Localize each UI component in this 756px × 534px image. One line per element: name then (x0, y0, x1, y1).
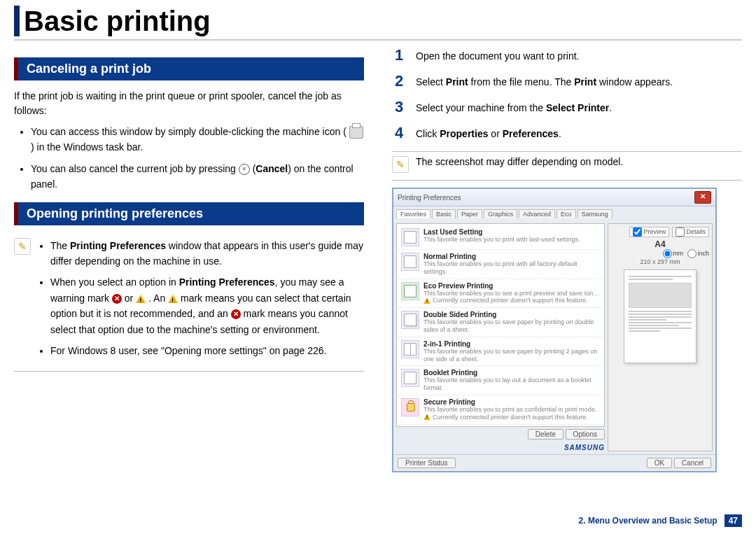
note-text: The screenshot may differ depending on m… (416, 156, 742, 167)
favorite-thumb-icon (401, 282, 419, 300)
left-column: Canceling a print job If the print job i… (14, 48, 364, 472)
step-text: Select your machine from the Select Prin… (416, 99, 742, 115)
warning-mark-icon (136, 295, 146, 303)
footer-page-number: 47 (724, 514, 742, 527)
favorite-item[interactable]: Normal PrintingThis favorite enables you… (398, 250, 603, 279)
favorite-thumb-icon (401, 228, 419, 246)
step-num: 3 (392, 99, 406, 115)
paper-size-label: A4 (611, 239, 709, 249)
printer-status-button[interactable]: Printer Status (398, 458, 456, 468)
favorite-thumb-icon (401, 253, 419, 271)
favorite-desc: This favorite enables you to print with … (424, 236, 600, 244)
favorite-title: 2-in-1 Printing (424, 340, 600, 348)
footer-chapter: 2. Menu Overview and Basic Setup (579, 516, 718, 526)
note-bullet-1: The Printing Preferences window that app… (50, 238, 364, 269)
favorites-list: Last Used SettingThis favorite enables y… (396, 223, 605, 427)
section-prefs-header: Opening printing preferences (14, 202, 364, 225)
favorite-item[interactable]: Last Used SettingThis favorite enables y… (398, 225, 603, 250)
favorite-item[interactable]: Booklet PrintingThis favorite enables yo… (398, 366, 603, 395)
note-icon: ✎ (14, 238, 31, 255)
dialog-title: Printing Preferences (398, 194, 461, 202)
options-button[interactable]: Options (566, 429, 605, 440)
note-screenshot: ✎ The screenshot may differ depending on… (392, 151, 742, 181)
unit-mm-radio[interactable] (663, 249, 672, 258)
favorite-title: Last Used Setting (424, 228, 600, 236)
preview-tab[interactable]: Preview (629, 227, 669, 237)
note-bullet-3: For Windows 8 user, see "Opening more se… (50, 343, 364, 358)
favorite-thumb-icon (401, 398, 419, 416)
printing-preferences-dialog: Printing Preferences ✕ Favorites Basic P… (392, 188, 717, 472)
unit-row: mm inch (611, 249, 709, 258)
favorite-desc: This favorite enables you to print as co… (424, 406, 600, 414)
favorite-desc: This favorite enables you to save paper … (424, 348, 600, 363)
cancel-button[interactable]: Cancel (674, 458, 711, 468)
warning-mark-icon (424, 414, 430, 420)
tab-advanced[interactable]: Advanced (519, 209, 555, 218)
brand-label: SAMSUNG (396, 444, 605, 451)
favorite-title: Normal Printing (424, 253, 600, 260)
favorite-desc: This favorite enables you to lay out a d… (424, 377, 600, 392)
favorite-item[interactable]: Secure PrintingThis favorite enables you… (398, 395, 603, 425)
favorite-desc: This favorite enables you to save paper … (424, 318, 600, 334)
section-cancel-intro: If the print job is waiting in the print… (14, 89, 364, 118)
favorite-thumb-icon (401, 311, 419, 329)
cancel-bullet-1: You can access this window by simply dou… (31, 124, 364, 155)
unit-inch-radio[interactable] (687, 249, 696, 258)
preview-panel: Preview Details A4 mm inch 210 x 297 mm (608, 223, 713, 451)
title-rule (14, 39, 742, 41)
cancel-button-icon: × (239, 164, 250, 175)
favorite-thumb-icon (401, 340, 419, 358)
tab-graphics[interactable]: Graphics (484, 209, 517, 218)
delete-button[interactable]: Delete (528, 429, 564, 440)
favorite-item[interactable]: Eco Preview PrintingThis favorite enable… (398, 279, 603, 309)
step-num: 2 (392, 73, 406, 89)
tab-basic[interactable]: Basic (432, 209, 456, 218)
tab-favorites[interactable]: Favorites (396, 209, 430, 218)
section-cancel-header: Canceling a print job (14, 57, 364, 80)
warning-mark-icon (168, 295, 178, 303)
error-mark-icon: ✕ (231, 309, 241, 319)
close-icon[interactable]: ✕ (694, 191, 711, 204)
paper-dim: 210 x 297 mm (611, 258, 709, 265)
favorite-title: Eco Preview Printing (424, 282, 600, 290)
step-text: Open the document you want to print. (416, 48, 742, 64)
favorite-title: Double Sided Printing (424, 311, 600, 318)
tab-paper[interactable]: Paper (457, 209, 482, 218)
tab-eco[interactable]: Eco (556, 209, 576, 218)
page-footer: 2. Menu Overview and Basic Setup 47 (579, 514, 742, 527)
step-num: 1 (392, 48, 406, 63)
step-list: 1 Open the document you want to print. 2… (392, 48, 742, 141)
paper-preview (624, 269, 696, 363)
tab-samsung[interactable]: Samsung (578, 209, 612, 218)
favorite-desc: This favorite enables you to see a print… (424, 290, 600, 297)
page-title: Basic printing (14, 6, 756, 36)
note-icon: ✎ (392, 156, 409, 173)
right-column: 1 Open the document you want to print. 2… (392, 48, 742, 472)
favorite-title: Booklet Printing (424, 369, 600, 377)
cancel-bullet-2: You can also cancel the current job by p… (31, 161, 364, 192)
favorite-thumb-icon (401, 369, 419, 387)
favorite-title: Secure Printing (424, 398, 600, 406)
ok-button[interactable]: OK (647, 458, 672, 468)
error-mark-icon: ✕ (112, 294, 122, 304)
details-tab[interactable]: Details (672, 227, 709, 237)
note-prefs: ✎ The Printing Preferences window that a… (14, 234, 364, 372)
step-text: Select Print from the file menu. The Pri… (416, 73, 742, 90)
warning-mark-icon (424, 298, 430, 304)
favorite-item[interactable]: 2-in-1 PrintingThis favorite enables you… (398, 337, 603, 367)
note-bullet-2: When you select an option in Printing Pr… (50, 274, 364, 337)
favorite-item[interactable]: Double Sided PrintingThis favorite enabl… (398, 308, 603, 337)
step-text: Click Properties or Preferences. (416, 125, 742, 141)
printer-icon (349, 126, 363, 139)
favorite-desc: This favorite enables you to print with … (424, 260, 600, 276)
step-num: 4 (392, 125, 406, 141)
dialog-tabs: Favorites Basic Paper Graphics Advanced … (396, 209, 713, 218)
